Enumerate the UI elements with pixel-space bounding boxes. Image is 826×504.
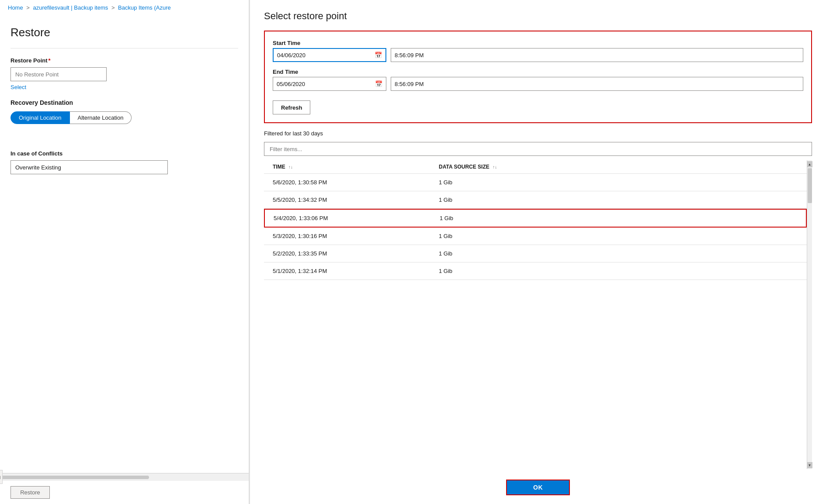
scroll-down-btn[interactable]: ▼ [807, 462, 812, 468]
table-row[interactable]: 5/2/2020, 1:33:35 PM 1 Gib [264, 245, 807, 262]
table-container: Time ↑↓ DATA SOURCE SIZE ↑↓ 5/6/2020, 1:… [264, 160, 807, 469]
cell-size-0: 1 Gib [430, 179, 807, 186]
conflicts-label: In case of Conflicts [10, 150, 238, 157]
filter-box: Start Time 04/06/2020 📅 End Time 05/06/2… [264, 31, 812, 123]
refresh-button[interactable]: Refresh [273, 100, 310, 114]
end-time-row: 05/06/2020 📅 [273, 77, 803, 91]
table-row[interactable]: 5/5/2020, 1:34:32 PM 1 Gib [264, 191, 807, 209]
cell-time-4: 5/2/2020, 1:33:35 PM [264, 250, 430, 257]
col-size-header[interactable]: DATA SOURCE SIZE ↑↓ [430, 164, 807, 170]
scrollbar-thumb [0, 476, 149, 479]
filter-note: Filtered for last 30 days [264, 130, 812, 137]
cell-size-1: 1 Gib [430, 197, 807, 203]
cell-time-3: 5/3/2020, 1:30:16 PM [264, 233, 430, 239]
table-area: Time ↑↓ DATA SOURCE SIZE ↑↓ 5/6/2020, 1:… [264, 160, 812, 469]
recovery-destination-label: Recovery Destination [10, 99, 238, 106]
start-calendar-icon[interactable]: 📅 [375, 52, 382, 59]
conflicts-section: In case of Conflicts [10, 150, 238, 174]
table-row[interactable]: 5/1/2020, 1:32:14 PM 1 Gib [264, 262, 807, 280]
restore-point-row [10, 67, 238, 81]
scroll-up-btn[interactable]: ▲ [807, 161, 812, 167]
original-location-btn[interactable]: Original Location [10, 111, 70, 124]
restore-button[interactable]: Restore [10, 486, 50, 499]
start-time-input[interactable] [391, 48, 803, 62]
bottom-bar: OK [264, 473, 812, 495]
table-header: Time ↑↓ DATA SOURCE SIZE ↑↓ [264, 160, 807, 174]
cell-time-5: 5/1/2020, 1:32:14 PM [264, 268, 430, 274]
cell-time-2: 5/4/2020, 1:33:06 PM [265, 215, 431, 221]
end-time-label: End Time [273, 68, 803, 75]
breadcrumb-vault[interactable]: azurefilesvault | Backup items [33, 4, 108, 11]
filter-items-input[interactable] [264, 142, 812, 156]
horizontal-scrollbar[interactable] [0, 473, 249, 481]
scrollbar-thumb[interactable] [808, 168, 812, 203]
sort-size-icon: ↑↓ [493, 165, 497, 169]
start-time-label: Start Time [273, 39, 803, 46]
col-time-header[interactable]: Time ↑↓ [264, 164, 430, 170]
ok-button[interactable]: OK [506, 480, 570, 495]
start-date-input[interactable]: 04/06/2020 📅 [273, 48, 386, 62]
panel-title: Select restore point [264, 10, 812, 22]
left-panel: Home > azurefilesvault | Backup items > … [0, 0, 249, 504]
left-content: Restore Restore Point* Select Recovery D… [0, 15, 249, 473]
cell-size-3: 1 Gib [430, 233, 807, 239]
right-panel: Select restore point Start Time 04/06/20… [249, 0, 826, 504]
left-arrow-btn[interactable]: ◀ [0, 470, 3, 484]
start-time-row: 04/06/2020 📅 [273, 48, 803, 62]
table-row[interactable]: 5/6/2020, 1:30:58 PM 1 Gib [264, 174, 807, 191]
recovery-destination-group: Original Location Alternate Location [10, 111, 238, 124]
cell-size-5: 1 Gib [430, 268, 807, 274]
restore-point-input[interactable] [10, 67, 107, 81]
breadcrumb-home[interactable]: Home [8, 4, 23, 11]
conflicts-input[interactable] [10, 160, 168, 174]
end-date-input[interactable]: 05/06/2020 📅 [273, 77, 386, 91]
end-calendar-icon[interactable]: 📅 [375, 80, 382, 87]
page-title: Restore [10, 26, 238, 39]
end-time-input[interactable] [391, 77, 803, 91]
cell-size-2: 1 Gib [431, 215, 806, 221]
cell-size-4: 1 Gib [430, 250, 807, 257]
restore-point-label: Restore Point* [10, 57, 238, 64]
cell-time-1: 5/5/2020, 1:34:32 PM [264, 197, 430, 203]
vertical-scrollbar[interactable]: ▲ ▼ [807, 160, 812, 469]
breadcrumb-backup[interactable]: Backup Items (Azure [118, 4, 171, 11]
table-row-selected[interactable]: 5/4/2020, 1:33:06 PM 1 Gib [264, 209, 807, 228]
table-row[interactable]: 5/3/2020, 1:30:16 PM 1 Gib [264, 228, 807, 245]
bottom-area: ◀ [0, 473, 249, 481]
select-link[interactable]: Select [10, 84, 238, 90]
breadcrumb: Home > azurefilesvault | Backup items > … [0, 0, 249, 15]
alternate-location-btn[interactable]: Alternate Location [70, 111, 132, 124]
sort-time-icon: ↑↓ [288, 165, 293, 169]
cell-time-0: 5/6/2020, 1:30:58 PM [264, 179, 430, 186]
divider [10, 48, 238, 48]
